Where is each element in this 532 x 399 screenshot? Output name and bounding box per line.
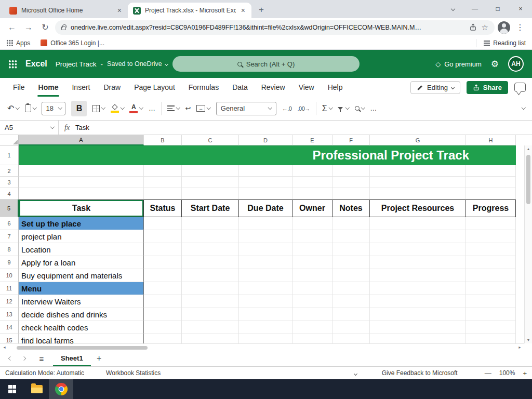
cell-A8[interactable]: Location xyxy=(19,243,144,256)
cell-A9[interactable]: Apply for a loan xyxy=(19,256,144,269)
cell-F4[interactable] xyxy=(332,188,370,200)
header-cell-start-date[interactable]: Start Date xyxy=(182,200,239,217)
ribbon-tab-page-layout[interactable]: Page Layout xyxy=(127,78,182,97)
column-header-b[interactable]: B xyxy=(144,135,182,145)
cell-D9[interactable] xyxy=(239,256,292,269)
row-number-2[interactable]: 2 xyxy=(0,165,19,177)
cell-E6[interactable] xyxy=(292,217,332,230)
row-number-13[interactable]: 13 xyxy=(0,308,19,321)
cell-G8[interactable] xyxy=(370,243,466,256)
name-box[interactable]: A5 xyxy=(0,121,58,135)
cell-A13[interactable]: decide dishes and drinks xyxy=(19,308,144,321)
window-close-button[interactable]: × xyxy=(509,0,532,18)
cell-D8[interactable] xyxy=(239,243,292,256)
ribbon-tab-draw[interactable]: Draw xyxy=(97,78,127,97)
workbook-statistics[interactable]: Workbook Statistics xyxy=(106,369,161,377)
account-avatar[interactable]: AH xyxy=(508,56,524,72)
settings-gear-icon[interactable]: ⚙ xyxy=(491,59,499,70)
cell-D10[interactable] xyxy=(239,269,292,282)
cell-F8[interactable] xyxy=(332,243,370,256)
cell-C6[interactable] xyxy=(182,217,239,230)
cell-H3[interactable] xyxy=(466,177,516,188)
bookmark-office-login[interactable]: Office 365 Login |... xyxy=(41,39,104,47)
zoom-level[interactable]: 100% xyxy=(499,369,515,377)
bookmark-apps[interactable]: Apps xyxy=(6,39,30,47)
more-toolbar-options-button[interactable]: … xyxy=(370,104,377,112)
vertical-scrollbar[interactable]: ▲ ▼ xyxy=(524,145,532,343)
scroll-up-icon[interactable]: ▲ xyxy=(527,147,530,151)
cell-G6[interactable] xyxy=(370,217,466,230)
app-launcher-icon[interactable] xyxy=(8,60,17,69)
row-number-1[interactable]: 1 xyxy=(0,145,19,165)
all-sheets-menu-icon[interactable]: ≡ xyxy=(34,352,49,365)
cell-B11[interactable] xyxy=(144,282,182,295)
app-name[interactable]: Excel xyxy=(25,59,47,69)
feedback-link[interactable]: Give Feedback to Microsoft xyxy=(382,369,458,377)
ribbon-tab-view[interactable]: View xyxy=(292,78,321,97)
share-button[interactable]: Share xyxy=(467,81,508,94)
cell-G3[interactable] xyxy=(370,177,466,188)
cell-E3[interactable] xyxy=(292,177,332,188)
font-color-button[interactable]: A xyxy=(129,104,143,113)
banner-title-cell[interactable]: Professional Project Track xyxy=(19,145,516,165)
cell-C8[interactable] xyxy=(182,243,239,256)
alignment-button[interactable] xyxy=(167,105,180,111)
header-cell-notes[interactable]: Notes xyxy=(332,200,370,217)
bold-button[interactable]: B xyxy=(71,101,87,116)
cell-A2[interactable] xyxy=(19,165,144,177)
ribbon-tab-home[interactable]: Home xyxy=(32,78,65,97)
add-sheet-button[interactable]: + xyxy=(92,352,107,365)
cell-D11[interactable] xyxy=(239,282,292,295)
cell-E14[interactable] xyxy=(292,321,332,334)
cell-C12[interactable] xyxy=(182,295,239,308)
cell-H11[interactable] xyxy=(466,282,516,295)
share-page-icon[interactable] xyxy=(469,23,477,31)
header-cell-due-date[interactable]: Due Date xyxy=(239,200,292,217)
cell-A14[interactable]: check health codes xyxy=(19,321,144,334)
window-maximize-button[interactable]: □ xyxy=(486,0,509,18)
cell-H6[interactable] xyxy=(466,217,516,230)
cell-E13[interactable] xyxy=(292,308,332,321)
cell-D12[interactable] xyxy=(239,295,292,308)
cell-B15[interactable] xyxy=(144,334,182,343)
cell-C13[interactable] xyxy=(182,308,239,321)
cell-G15[interactable] xyxy=(370,334,466,343)
more-font-options-button[interactable]: … xyxy=(149,104,155,112)
cell-C15[interactable] xyxy=(182,334,239,343)
tab-close-icon[interactable]: × xyxy=(240,7,246,14)
cell-C11[interactable] xyxy=(182,282,239,295)
cell-E10[interactable] xyxy=(292,269,332,282)
row-number-9[interactable]: 9 xyxy=(0,256,19,269)
cell-C9[interactable] xyxy=(182,256,239,269)
column-header-f[interactable]: F xyxy=(332,135,370,145)
cell-F6[interactable] xyxy=(332,217,370,230)
row-number-14[interactable]: 14 xyxy=(0,321,19,334)
increase-decimal-button[interactable]: ←.0 xyxy=(282,105,292,112)
collapse-ribbon-icon[interactable] xyxy=(521,105,525,110)
document-title[interactable]: Project Track xyxy=(56,60,97,68)
cell-H13[interactable] xyxy=(466,308,516,321)
cell-F7[interactable] xyxy=(332,230,370,243)
cell-A4[interactable] xyxy=(19,188,144,200)
borders-button[interactable] xyxy=(92,105,105,112)
cell-D15[interactable] xyxy=(239,334,292,343)
cell-B4[interactable] xyxy=(144,188,182,200)
cell-D6[interactable] xyxy=(239,217,292,230)
select-all-corner[interactable] xyxy=(0,135,19,145)
horizontal-scroll-thumb[interactable] xyxy=(17,346,148,350)
cell-F10[interactable] xyxy=(332,269,370,282)
status-bar-chevron-icon[interactable] xyxy=(354,369,357,377)
forward-button[interactable]: → xyxy=(22,21,35,34)
cell-B8[interactable] xyxy=(144,243,182,256)
cell-C4[interactable] xyxy=(182,188,239,200)
column-header-c[interactable]: C xyxy=(182,135,239,145)
row-number-6[interactable]: 6 xyxy=(0,217,19,230)
cell-H2[interactable] xyxy=(466,165,516,177)
cell-E15[interactable] xyxy=(292,334,332,343)
sheet-tab-sheet1[interactable]: Sheet1 xyxy=(53,351,91,366)
cell-G9[interactable] xyxy=(370,256,466,269)
new-tab-button[interactable]: + xyxy=(255,3,268,17)
undo-button[interactable]: ↶ xyxy=(7,103,19,113)
tab-close-icon[interactable]: × xyxy=(116,7,123,14)
cell-E12[interactable] xyxy=(292,295,332,308)
